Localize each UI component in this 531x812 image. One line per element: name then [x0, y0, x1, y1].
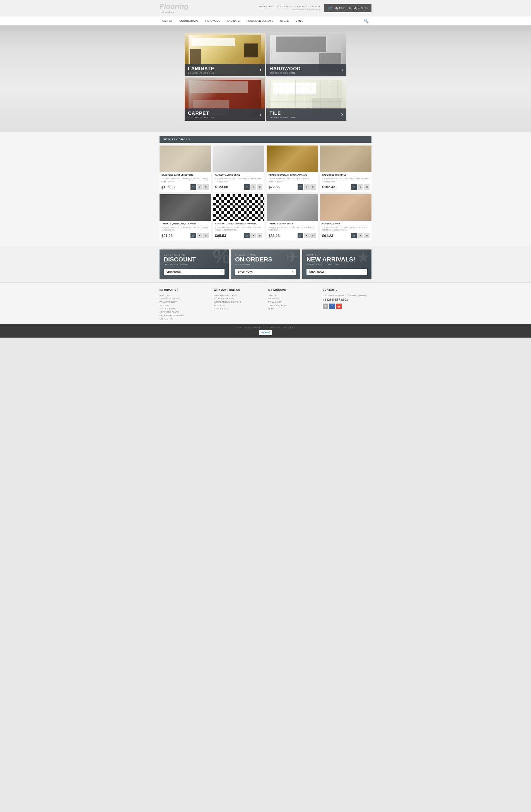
product-desc-5: It is great home for us to inform you th…	[161, 226, 209, 232]
footer-intl-shipping[interactable]: INTERNATIONAL SHIPPING	[214, 301, 263, 303]
product-img-7	[267, 194, 318, 221]
nav-hardwood[interactable]: HARDWOOD	[202, 17, 224, 25]
wishlist-3[interactable]: ♥	[304, 184, 310, 190]
promo-discount-arrow: ›	[221, 271, 222, 273]
product-name-2: TARKETT AURICE BEIGE	[215, 174, 262, 176]
hero-laminate[interactable]: LAMINATE DOLORE IPSUM COME ›	[185, 33, 265, 76]
product-name-5: TARKETT QUARTZ ABLACK VINYL	[161, 222, 209, 225]
product-price-3: $72.86	[269, 185, 280, 189]
main-nav: CARPET COUNTERTOPS HARDWOOD LAMINATE POR…	[159, 17, 306, 25]
footer-sitemap[interactable]: SITE MAP	[159, 304, 208, 307]
add-to-cart-5[interactable]: 🛒	[190, 233, 196, 238]
add-to-cart-3[interactable]: 🛒	[298, 184, 303, 190]
product-price-7: $83.23	[269, 234, 280, 238]
nav-vynil[interactable]: VYNIL	[293, 17, 306, 25]
product-name-6: GERFLOR DAMIER SUPER SOLAR VINYL	[215, 222, 262, 225]
view-1[interactable]: ⊞	[203, 184, 209, 190]
footer-sign-in[interactable]: SIGN IN	[268, 294, 317, 296]
my-wishlist-link[interactable]: MY WISHLIST	[277, 5, 292, 8]
nav-porcelain[interactable]: PORCELAIN-CERAMIC	[244, 17, 276, 25]
view-6[interactable]: ⊞	[257, 233, 262, 238]
paypal-icon: PayPal	[261, 331, 270, 334]
logo-title: Flooring	[159, 2, 188, 11]
hero-laminate-sub: DOLORE IPSUM COME	[188, 72, 214, 74]
wishlist-7[interactable]: ♥	[304, 233, 310, 238]
view-5[interactable]: ⊞	[203, 233, 209, 238]
footer-track-order[interactable]: TRACK MY ORDER	[268, 304, 317, 307]
view-8[interactable]: ⊞	[364, 233, 370, 238]
footer-about[interactable]: ABOUT US	[159, 294, 208, 296]
sign-in-link[interactable]: SIGN IN	[312, 5, 320, 8]
add-to-cart-7[interactable]: 🛒	[298, 233, 303, 238]
footer-advanced-search[interactable]: ADVANCED SEARCH	[159, 311, 208, 313]
footer-view-cart[interactable]: VIEW CART	[268, 298, 317, 300]
checkout-link[interactable]: CHECKOUT	[295, 5, 308, 8]
wishlist-6[interactable]: ♥	[250, 233, 256, 238]
footer-contacts-title: CONTACTS	[323, 289, 372, 291]
hero-carpet-arrow: ›	[259, 111, 261, 118]
wishlist-5[interactable]: ♥	[197, 233, 202, 238]
product-name-3: KRAUS AUGUSTA CHERRY LAMINATE	[269, 174, 316, 176]
view-2[interactable]: ⊞	[257, 184, 262, 190]
footer-customer-service[interactable]: CUSTOMER SERVICE	[159, 298, 208, 300]
my-account-link[interactable]: MY ACCOUNT	[259, 5, 274, 8]
product-img-8	[320, 194, 372, 221]
social-facebook[interactable]: f	[329, 304, 335, 309]
nav-stone[interactable]: STONE	[277, 17, 292, 25]
hero-hardwood-sub: DOLORE IPSUM COME	[270, 72, 301, 74]
view-7[interactable]: ⊞	[311, 233, 316, 238]
product-desc-1: It is great home for us to inform you th…	[161, 177, 209, 183]
wishlist-1[interactable]: ♥	[197, 184, 202, 190]
product-name-8: BERBER CARPET	[322, 222, 370, 225]
logo-subtitle: online store	[159, 11, 188, 14]
add-to-cart-1[interactable]: 🛒	[190, 184, 196, 190]
footer-phone: +1 (234) 567-8901	[323, 298, 372, 301]
cart-button[interactable]: 🛒 My Cart: 0 ITEM(S) $0.00	[324, 4, 372, 12]
footer-help[interactable]: HELP	[268, 307, 317, 310]
social-twitter[interactable]: T	[323, 304, 328, 309]
add-to-cart-2[interactable]: 🛒	[244, 184, 249, 190]
nav-laminate[interactable]: LAMINATE	[225, 17, 242, 25]
add-to-cart-8[interactable]: 🛒	[351, 233, 357, 238]
wishlist-8[interactable]: ♥	[358, 233, 363, 238]
product-price-4: $102.43	[322, 185, 335, 189]
cart-price: $0.00	[361, 7, 368, 10]
product-desc-8: It is great home for us to inform you at…	[322, 226, 370, 232]
paypal-button[interactable]: PayPal	[259, 330, 272, 335]
footer-orders-returns[interactable]: ORDERS AND RETURNS	[159, 314, 208, 317]
promo-shipping-btn[interactable]: SHOP NOW! ›	[235, 269, 296, 275]
nav-countertops[interactable]: COUNTERTOPS	[176, 17, 201, 25]
product-img-2	[213, 145, 264, 172]
nav-carpet[interactable]: CARPET	[159, 17, 175, 25]
footer-search-terms[interactable]: SEARCH TERMS	[159, 307, 208, 310]
view-3[interactable]: ⊞	[311, 184, 316, 190]
footer-group-sales[interactable]: GROUP SALES	[214, 307, 263, 310]
footer-affiliates[interactable]: AFFILIATES	[214, 304, 263, 307]
product-name-1: SILESTONE CAPRI LIMESTONE	[161, 174, 209, 176]
product-card-5: TARKETT QUARTZ ABLACK VINYL It is great …	[159, 194, 211, 241]
footer-contact-us[interactable]: CONTACT US	[159, 318, 208, 320]
footer-shipping-returns[interactable]: SHIPPING & RETURNS	[214, 294, 263, 296]
product-desc-4: It is great home for us to inform you th…	[322, 177, 370, 183]
hero-tile[interactable]: TILE DOLORE IPSUM COME ›	[266, 77, 347, 121]
footer-my-wishlist[interactable]: MY WISHLIST	[268, 301, 317, 303]
hero-carpet[interactable]: CARPET DOLORE IPSUM COME ›	[185, 77, 265, 121]
search-button[interactable]: 🔍	[361, 16, 372, 25]
hero-laminate-arrow: ›	[259, 66, 261, 74]
wishlist-2[interactable]: ♥	[250, 184, 256, 190]
social-gplus[interactable]: g+	[336, 304, 342, 309]
promo-discount-btn[interactable]: SHOP NOW! ›	[164, 269, 225, 275]
footer-privacy[interactable]: PRIVACY POLICY	[159, 301, 208, 303]
wishlist-4[interactable]: ♥	[358, 184, 363, 190]
product-card-2: TARKETT AURICE BEIGE It is great home fo…	[213, 145, 264, 192]
footer-secure-shopping[interactable]: SECURE SHOPPING	[214, 298, 263, 300]
add-to-cart-4[interactable]: 🛒	[351, 184, 357, 190]
hero-hardwood[interactable]: HARDWOOD DOLORE IPSUM COME ›	[266, 33, 347, 76]
view-4[interactable]: ⊞	[364, 184, 370, 190]
hero-tile-arrow: ›	[341, 111, 343, 118]
product-price-5: $91.23	[161, 234, 173, 238]
add-to-cart-6[interactable]: 🛒	[244, 233, 249, 238]
promo-arrivals-btn[interactable]: SHOP NOW! ›	[306, 269, 367, 275]
footer-contacts: CONTACTS 2021 MARRON ROAD, GLASGOW, G44 …	[323, 289, 372, 321]
footer-info-title: INFORMATION	[159, 289, 208, 291]
